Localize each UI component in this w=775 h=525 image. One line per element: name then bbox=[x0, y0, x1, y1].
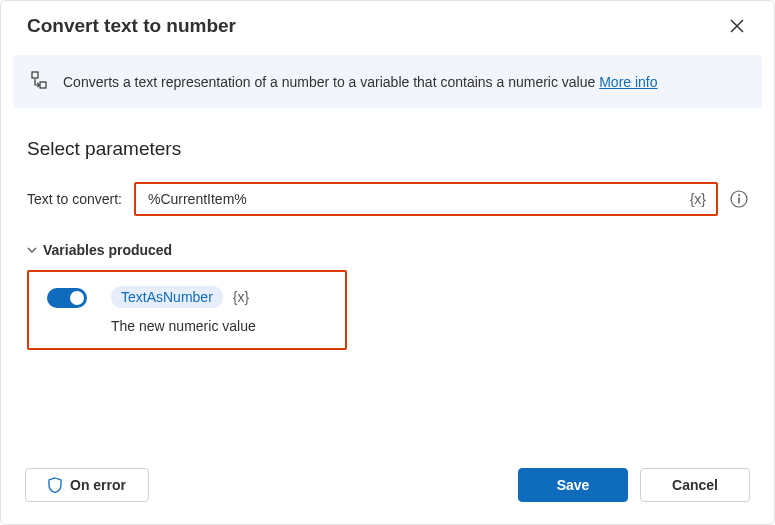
cancel-button[interactable]: Cancel bbox=[640, 468, 750, 502]
text-to-convert-input[interactable] bbox=[146, 190, 688, 208]
text-to-convert-row: Text to convert: {x} bbox=[27, 182, 748, 216]
variables-produced-box: TextAsNumber {x} The new numeric value bbox=[27, 270, 347, 350]
svg-rect-0 bbox=[32, 72, 38, 78]
save-button[interactable]: Save bbox=[518, 468, 628, 502]
variables-produced-heading: Variables produced bbox=[43, 242, 172, 258]
variable-picker-icon[interactable]: {x} bbox=[688, 191, 708, 207]
convert-text-to-number-dialog: Convert text to number Converts a text r… bbox=[0, 0, 775, 525]
banner-text: Converts a text representation of a numb… bbox=[63, 74, 599, 90]
select-parameters-heading: Select parameters bbox=[27, 138, 748, 160]
svg-point-3 bbox=[738, 194, 740, 196]
on-error-label: On error bbox=[70, 477, 126, 493]
info-banner: Converts a text representation of a numb… bbox=[13, 55, 762, 108]
shield-icon bbox=[48, 477, 62, 493]
variable-description: The new numeric value bbox=[111, 318, 256, 334]
variable-details: TextAsNumber {x} The new numeric value bbox=[111, 286, 256, 334]
dialog-title: Convert text to number bbox=[27, 15, 236, 37]
dialog-content: Select parameters Text to convert: {x} V… bbox=[1, 108, 774, 454]
dialog-footer: On error Save Cancel bbox=[1, 454, 774, 524]
convert-action-icon bbox=[31, 71, 47, 92]
variable-toggle[interactable] bbox=[47, 288, 87, 308]
variable-type-icon: {x} bbox=[231, 289, 251, 305]
svg-rect-4 bbox=[738, 198, 740, 204]
variable-name-chip[interactable]: TextAsNumber bbox=[111, 286, 223, 308]
save-label: Save bbox=[557, 477, 590, 493]
help-icon[interactable] bbox=[730, 190, 748, 208]
on-error-button[interactable]: On error bbox=[25, 468, 149, 502]
banner-text-wrap: Converts a text representation of a numb… bbox=[63, 74, 658, 90]
chevron-down-icon bbox=[27, 245, 37, 255]
svg-rect-1 bbox=[40, 82, 46, 88]
more-info-link[interactable]: More info bbox=[599, 74, 657, 90]
text-to-convert-label: Text to convert: bbox=[27, 191, 122, 207]
footer-right: Save Cancel bbox=[518, 468, 750, 502]
variables-produced-toggle[interactable]: Variables produced bbox=[27, 242, 748, 258]
text-to-convert-input-wrap[interactable]: {x} bbox=[134, 182, 718, 216]
close-button[interactable] bbox=[726, 15, 748, 37]
cancel-label: Cancel bbox=[672, 477, 718, 493]
close-icon bbox=[730, 19, 744, 33]
variable-name-row: TextAsNumber {x} bbox=[111, 286, 256, 308]
dialog-header: Convert text to number bbox=[1, 1, 774, 47]
